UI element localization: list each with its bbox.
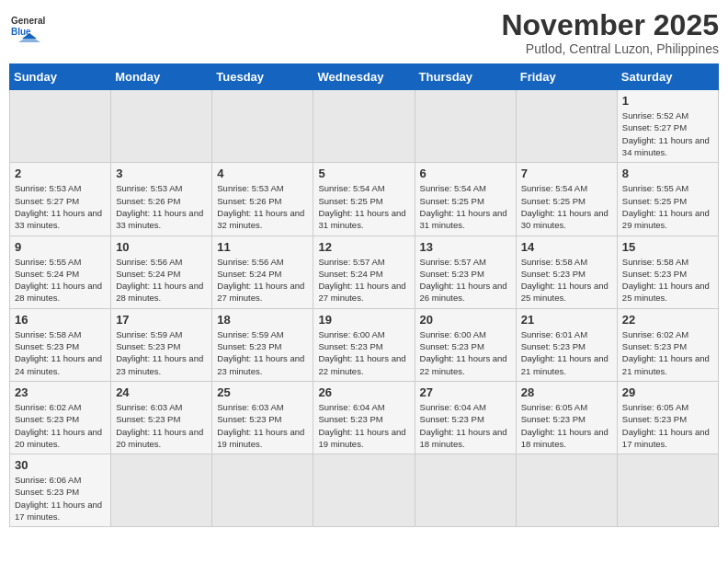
day-info: Sunrise: 6:02 AMSunset: 5:23 PMDaylight:… xyxy=(622,328,713,377)
day-info: Sunrise: 6:06 AMSunset: 5:23 PMDaylight:… xyxy=(15,474,106,523)
day-info: Sunrise: 6:04 AMSunset: 5:23 PMDaylight:… xyxy=(318,401,409,450)
day-info: Sunrise: 5:55 AMSunset: 5:25 PMDaylight:… xyxy=(622,182,713,231)
calendar-cell: 16Sunrise: 5:58 AMSunset: 5:23 PMDayligh… xyxy=(10,308,111,381)
day-info: Sunrise: 5:57 AMSunset: 5:23 PMDaylight:… xyxy=(420,256,511,304)
title-block: November 2025 Putlod, Central Luzon, Phi… xyxy=(501,9,719,56)
calendar-cell: 11Sunrise: 5:56 AMSunset: 5:24 PMDayligh… xyxy=(212,236,313,308)
svg-text:General: General xyxy=(11,16,45,26)
day-number: 15 xyxy=(622,240,713,254)
calendar-cell: 4Sunrise: 5:53 AMSunset: 5:26 PMDaylight… xyxy=(212,163,313,236)
day-info: Sunrise: 6:04 AMSunset: 5:23 PMDaylight:… xyxy=(420,401,511,450)
day-info: Sunrise: 5:56 AMSunset: 5:24 PMDaylight:… xyxy=(217,256,308,304)
calendar-cell xyxy=(111,90,212,163)
day-number: 30 xyxy=(15,458,106,472)
day-number: 3 xyxy=(116,167,207,180)
day-number: 17 xyxy=(116,313,207,327)
day-info: Sunrise: 5:54 AMSunset: 5:25 PMDaylight:… xyxy=(521,182,612,231)
day-number: 22 xyxy=(622,313,713,327)
calendar-cell: 17Sunrise: 5:59 AMSunset: 5:23 PMDayligh… xyxy=(111,308,212,381)
day-number: 16 xyxy=(15,313,106,327)
day-info: Sunrise: 6:00 AMSunset: 5:23 PMDaylight:… xyxy=(420,328,511,377)
calendar-cell: 24Sunrise: 6:03 AMSunset: 5:23 PMDayligh… xyxy=(111,381,212,454)
day-number: 9 xyxy=(15,240,106,254)
calendar-cell: 18Sunrise: 5:59 AMSunset: 5:23 PMDayligh… xyxy=(212,308,313,381)
calendar-cell xyxy=(415,454,516,527)
day-info: Sunrise: 5:59 AMSunset: 5:23 PMDaylight:… xyxy=(116,328,207,377)
day-number: 12 xyxy=(318,240,409,254)
calendar-cell xyxy=(516,454,617,527)
day-number: 25 xyxy=(217,385,308,399)
day-number: 11 xyxy=(217,240,308,254)
calendar-cell xyxy=(313,454,415,527)
day-info: Sunrise: 5:58 AMSunset: 5:23 PMDaylight:… xyxy=(622,256,713,304)
calendar-cell xyxy=(415,90,516,163)
calendar-cell xyxy=(313,90,415,163)
weekday-header-row: SundayMondayTuesdayWednesdayThursdayFrid… xyxy=(10,64,719,90)
calendar-cell xyxy=(111,454,212,527)
calendar-cell: 15Sunrise: 5:58 AMSunset: 5:23 PMDayligh… xyxy=(617,236,718,308)
calendar-cell xyxy=(617,454,718,527)
day-info: Sunrise: 6:05 AMSunset: 5:23 PMDaylight:… xyxy=(521,401,612,450)
day-info: Sunrise: 5:56 AMSunset: 5:24 PMDaylight:… xyxy=(116,256,207,304)
calendar-cell: 14Sunrise: 5:58 AMSunset: 5:23 PMDayligh… xyxy=(516,236,617,308)
calendar-week-4: 23Sunrise: 6:02 AMSunset: 5:23 PMDayligh… xyxy=(10,381,719,454)
weekday-header-monday: Monday xyxy=(111,64,212,90)
location: Putlod, Central Luzon, Philippines xyxy=(501,41,719,56)
month-title: November 2025 xyxy=(501,9,719,41)
calendar-cell: 20Sunrise: 6:00 AMSunset: 5:23 PMDayligh… xyxy=(415,308,516,381)
calendar-cell: 27Sunrise: 6:04 AMSunset: 5:23 PMDayligh… xyxy=(415,381,516,454)
day-number: 5 xyxy=(318,167,409,180)
day-info: Sunrise: 5:53 AMSunset: 5:26 PMDaylight:… xyxy=(116,182,207,231)
day-number: 10 xyxy=(116,240,207,254)
day-info: Sunrise: 5:53 AMSunset: 5:27 PMDaylight:… xyxy=(15,182,106,231)
day-info: Sunrise: 5:59 AMSunset: 5:23 PMDaylight:… xyxy=(217,328,308,377)
day-number: 21 xyxy=(521,313,612,327)
calendar-cell: 26Sunrise: 6:04 AMSunset: 5:23 PMDayligh… xyxy=(313,381,415,454)
calendar-week-5: 30Sunrise: 6:06 AMSunset: 5:23 PMDayligh… xyxy=(10,454,719,527)
calendar-cell: 10Sunrise: 5:56 AMSunset: 5:24 PMDayligh… xyxy=(111,236,212,308)
weekday-header-wednesday: Wednesday xyxy=(313,64,415,90)
day-info: Sunrise: 6:02 AMSunset: 5:23 PMDaylight:… xyxy=(15,401,106,450)
day-number: 26 xyxy=(318,385,409,399)
calendar: SundayMondayTuesdayWednesdayThursdayFrid… xyxy=(9,63,719,527)
day-info: Sunrise: 6:03 AMSunset: 5:23 PMDaylight:… xyxy=(116,401,207,450)
day-info: Sunrise: 6:00 AMSunset: 5:23 PMDaylight:… xyxy=(318,328,409,377)
day-number: 29 xyxy=(622,385,713,399)
day-number: 28 xyxy=(521,385,612,399)
calendar-cell: 28Sunrise: 6:05 AMSunset: 5:23 PMDayligh… xyxy=(516,381,617,454)
weekday-header-thursday: Thursday xyxy=(415,64,516,90)
weekday-header-friday: Friday xyxy=(516,64,617,90)
day-info: Sunrise: 5:52 AMSunset: 5:27 PMDaylight:… xyxy=(622,109,713,158)
calendar-week-3: 16Sunrise: 5:58 AMSunset: 5:23 PMDayligh… xyxy=(10,308,719,381)
day-info: Sunrise: 5:57 AMSunset: 5:24 PMDaylight:… xyxy=(318,256,409,304)
calendar-cell: 12Sunrise: 5:57 AMSunset: 5:24 PMDayligh… xyxy=(313,236,415,308)
calendar-cell: 22Sunrise: 6:02 AMSunset: 5:23 PMDayligh… xyxy=(617,308,718,381)
logo-svg: General Blue xyxy=(9,9,50,50)
day-info: Sunrise: 6:03 AMSunset: 5:23 PMDaylight:… xyxy=(217,401,308,450)
calendar-cell: 13Sunrise: 5:57 AMSunset: 5:23 PMDayligh… xyxy=(415,236,516,308)
day-info: Sunrise: 5:58 AMSunset: 5:23 PMDaylight:… xyxy=(521,256,612,304)
day-info: Sunrise: 6:05 AMSunset: 5:23 PMDaylight:… xyxy=(622,401,713,450)
day-number: 4 xyxy=(217,167,308,180)
calendar-cell xyxy=(212,90,313,163)
calendar-cell xyxy=(10,90,111,163)
day-number: 18 xyxy=(217,313,308,327)
calendar-cell: 6Sunrise: 5:54 AMSunset: 5:25 PMDaylight… xyxy=(415,163,516,236)
day-info: Sunrise: 5:53 AMSunset: 5:26 PMDaylight:… xyxy=(217,182,308,231)
calendar-cell: 25Sunrise: 6:03 AMSunset: 5:23 PMDayligh… xyxy=(212,381,313,454)
day-number: 1 xyxy=(622,94,713,108)
day-info: Sunrise: 5:58 AMSunset: 5:23 PMDaylight:… xyxy=(15,328,106,377)
calendar-week-0: 1Sunrise: 5:52 AMSunset: 5:27 PMDaylight… xyxy=(10,90,719,163)
calendar-cell: 9Sunrise: 5:55 AMSunset: 5:24 PMDaylight… xyxy=(10,236,111,308)
calendar-cell: 8Sunrise: 5:55 AMSunset: 5:25 PMDaylight… xyxy=(617,163,718,236)
calendar-cell: 23Sunrise: 6:02 AMSunset: 5:23 PMDayligh… xyxy=(10,381,111,454)
calendar-cell: 30Sunrise: 6:06 AMSunset: 5:23 PMDayligh… xyxy=(10,454,111,527)
calendar-cell xyxy=(212,454,313,527)
calendar-cell: 1Sunrise: 5:52 AMSunset: 5:27 PMDaylight… xyxy=(617,90,718,163)
day-info: Sunrise: 5:54 AMSunset: 5:25 PMDaylight:… xyxy=(420,182,511,231)
day-info: Sunrise: 5:54 AMSunset: 5:25 PMDaylight:… xyxy=(318,182,409,231)
page-header: General Blue GeneralBlue November 2025 P… xyxy=(9,9,719,56)
day-number: 6 xyxy=(420,167,511,180)
day-number: 13 xyxy=(420,240,511,254)
day-number: 2 xyxy=(15,167,106,180)
